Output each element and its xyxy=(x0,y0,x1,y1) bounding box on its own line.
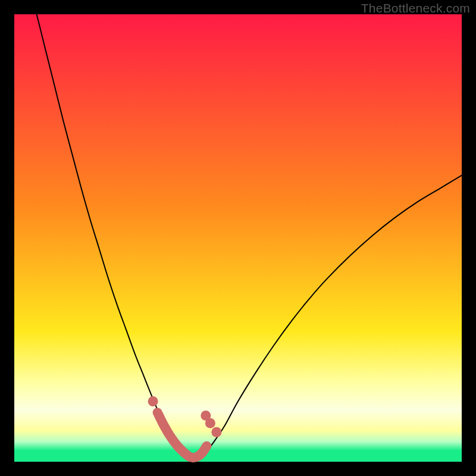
marker-dot xyxy=(205,418,215,428)
marker-smudge xyxy=(158,412,207,458)
right-curve xyxy=(193,176,462,459)
left-curve xyxy=(37,14,193,459)
watermark-text: TheBottleneck.com xyxy=(361,1,470,15)
marker-dot xyxy=(148,396,158,406)
marker-dot xyxy=(211,427,221,437)
curves-layer xyxy=(14,14,462,462)
chart-frame xyxy=(14,14,462,462)
